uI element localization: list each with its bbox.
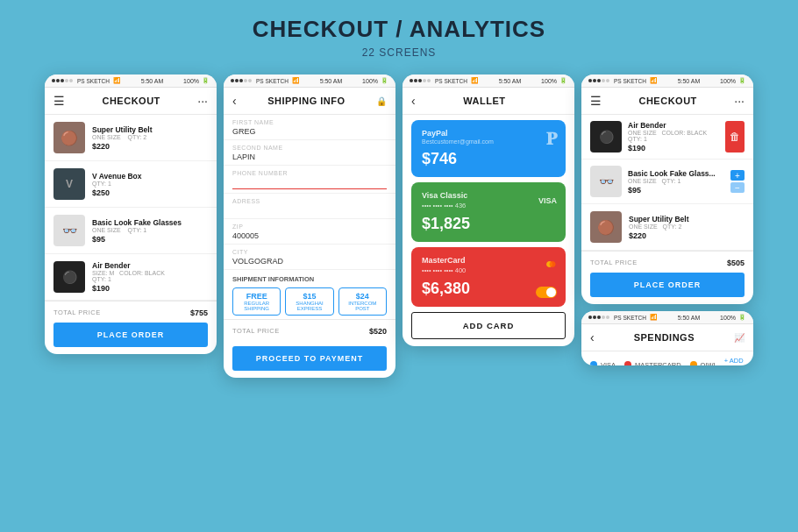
shipment-options: FREE REGULARSHIPPING $15 SHANGHAIEXPRESS… (232, 287, 387, 316)
status-bar-3: PS SKETCH 📶 5:50 AM 100% 🔋 (403, 74, 574, 88)
item-img-1: 🟤 (53, 122, 85, 153)
item-name-1: Super Utility Belt (92, 125, 208, 134)
battery-1: 100% (183, 78, 199, 84)
item-size-3: ONE SIZE QTY: 1 (92, 227, 208, 233)
card-amount-paypal: $746 (422, 150, 555, 168)
card-provider-paypal: PayPal (422, 129, 555, 138)
cart-item-1: 🟤 Super Utility Belt ONE SIZE QTY: 2 $22… (45, 115, 217, 161)
spending-qiwi: QIWI (690, 357, 716, 365)
battery-2: 100% (362, 78, 378, 84)
back-icon-5[interactable]: ‹ (590, 330, 595, 344)
wifi-icon: 📶 (113, 77, 121, 84)
qty-minus-btn[interactable]: − (730, 182, 745, 193)
page-subtitle: 22 SCREENS (253, 46, 545, 59)
place-order-btn-1[interactable]: PLACE ORDER (53, 323, 208, 347)
back-icon-2[interactable]: ‹ (232, 94, 237, 108)
carrier-3: PS SKETCH (435, 78, 467, 84)
screen-checkout-1: PS SKETCH 📶 5:50 AM 100% 🔋 ☰ CHECKOUT ··… (45, 74, 217, 354)
paypal-logo: 𝐏 (546, 129, 557, 149)
cart-item-3: 👓 Basic Look Fake Glasses ONE SIZE QTY: … (45, 208, 217, 254)
item-price-3: $95 (92, 235, 208, 244)
add-card-btn[interactable]: ADD CARD (411, 312, 566, 339)
menu-icon-4[interactable]: ☰ (590, 94, 602, 108)
carrier-5: PS SKETCH (614, 315, 646, 321)
field-address[interactable]: ADRESS (224, 194, 395, 219)
total-row-4: TOTAL PRICE $505 (581, 251, 753, 273)
back-icon-3[interactable]: ‹ (411, 94, 416, 108)
nav-bar-4: ☰ CHECKOUT ··· (581, 88, 753, 115)
item-img-2: V (53, 168, 85, 200)
field-city: CITY VOLGOGRAD (224, 245, 395, 270)
spendings-items: VISA MASTERCARD QIWI + ADD SOURCE (581, 351, 753, 365)
item-name-2: V Avenue Box (92, 172, 208, 181)
card-number-visa: •••• •••• •••• 436 (422, 202, 555, 209)
chart-icon: 📈 (734, 333, 745, 343)
battery-4: 100% (720, 78, 736, 84)
spendings-nav: ‹ SPENDINGS 📈 (581, 324, 753, 351)
page-header: CHECKOUT / ANALYTICS 22 SCREENS (253, 0, 545, 67)
card-toggle-mc[interactable] (536, 287, 557, 298)
battery-icon-2: 🔋 (381, 77, 388, 84)
right-column: PS SKETCH 📶 5:50 AM 100% 🔋 ☰ CHECKOUT ··… (581, 74, 753, 365)
item-price-1: $220 (92, 142, 208, 151)
qty-plus-btn[interactable]: + (730, 170, 745, 181)
status-bar-5: PS SKETCH 📶 5:50 AM 100% 🔋 (581, 311, 753, 324)
wifi-icon-2: 📶 (292, 77, 300, 84)
mastercard-card[interactable]: ● ● MasterCard •••• •••• •••• 400 $6,380 (411, 247, 566, 307)
cart-item-d3: 🟤 Super Utility Belt ONE SIZE QTY: 2 $22… (581, 204, 753, 251)
card-amount-visa: $1,825 (422, 215, 555, 233)
status-bar-1: PS SKETCH 📶 5:50 AM 100% 🔋 (45, 74, 217, 88)
paypal-card[interactable]: 𝐏 PayPal Bestcustomer@gmail.com $746 (411, 120, 566, 177)
visa-card[interactable]: VISA Visa Classic •••• •••• •••• 436 $1,… (411, 182, 566, 242)
status-bar-2: PS SKETCH 📶 5:50 AM 100% 🔋 (224, 74, 395, 88)
nav-title-4: CHECKOUT (638, 96, 696, 106)
nav-title-3: WALLET (463, 96, 505, 106)
nav-title-2: SHIPPING INFO (267, 96, 345, 106)
menu-icon-1[interactable]: ☰ (53, 94, 65, 108)
shipment-free[interactable]: FREE REGULARSHIPPING (232, 287, 281, 316)
total-row-1: TOTAL PRICE $755 (45, 301, 217, 323)
item-img-3: 👓 (53, 215, 85, 246)
carrier-2: PS SKETCH (256, 78, 289, 84)
card-email-paypal: Bestcustomer@gmail.com (422, 138, 555, 145)
field-phone[interactable]: PHONE NUMBER (224, 166, 395, 194)
total-label-1: TOTAL PRICE (53, 309, 101, 317)
shipment-express[interactable]: $15 SHANGHAIEXPRESS (285, 287, 333, 316)
delete-button[interactable]: 🗑 (725, 121, 745, 153)
more-icon-4[interactable]: ··· (734, 94, 745, 108)
item-img-d1: ⚫ (590, 121, 622, 153)
total-value-2: $520 (369, 327, 387, 336)
cart-item-2: V V Avenue Box QTY: 1 $250 (45, 161, 217, 208)
item-price-4: $190 (92, 284, 208, 293)
item-name-3: Basic Look Fake Glasses (92, 218, 208, 227)
card-provider-mc: MasterCard (422, 256, 555, 265)
carrier-1: PS SKETCH (77, 78, 110, 84)
item-img-d3: 🟤 (590, 211, 622, 243)
spending-visa: VISA (590, 357, 616, 365)
card-number-mc: •••• •••• •••• 400 (422, 266, 555, 274)
mc-logo: ● ● (545, 256, 557, 272)
total-value-4: $505 (727, 259, 745, 267)
item-name-4: Air Bender (92, 261, 208, 270)
nav-bar-3: ‹ WALLET (403, 88, 574, 115)
screen-spendings: PS SKETCH 📶 5:50 AM 100% 🔋 ‹ SPENDINGS 📈… (581, 311, 753, 365)
total-label-2: TOTAL PRICE (232, 327, 280, 336)
shipment-intercom[interactable]: $24 INTERCOMPOST (338, 287, 387, 316)
screen-wallet: PS SKETCH 📶 5:50 AM 100% 🔋 ‹ WALLET 𝐏 Pa… (403, 74, 574, 346)
field-firstname: FIRST NAME GREG (224, 115, 395, 140)
add-source-btn[interactable]: + ADD SOURCE (724, 357, 752, 365)
spending-mastercard: MASTERCARD (624, 357, 681, 365)
visa-logo: VISA (538, 191, 557, 207)
nav-title-5: SPENDINGS (634, 332, 695, 343)
time-2: 5:50 AM (320, 78, 343, 84)
field-lastname: SECOND NAME LAPIN (224, 140, 395, 166)
time-3: 5:50 AM (499, 78, 522, 84)
shipment-section: SHIPMENT INFORMATION FREE REGULARSHIPPIN… (224, 270, 395, 319)
cart-item-4: ⚫ Air Bender SIZE: M COLOR: BLACKQTY: 1 … (45, 254, 217, 301)
proceed-btn[interactable]: PROCEED TO PAYMENT (232, 346, 387, 371)
place-order-btn-4[interactable]: PLACE ORDER (590, 273, 745, 297)
total-row-2: TOTAL PRICE $520 (224, 319, 395, 341)
more-icon-1[interactable]: ··· (197, 94, 208, 108)
nav-bar-1: ☰ CHECKOUT ··· (45, 88, 217, 115)
time-5: 5:50 AM (678, 315, 701, 321)
